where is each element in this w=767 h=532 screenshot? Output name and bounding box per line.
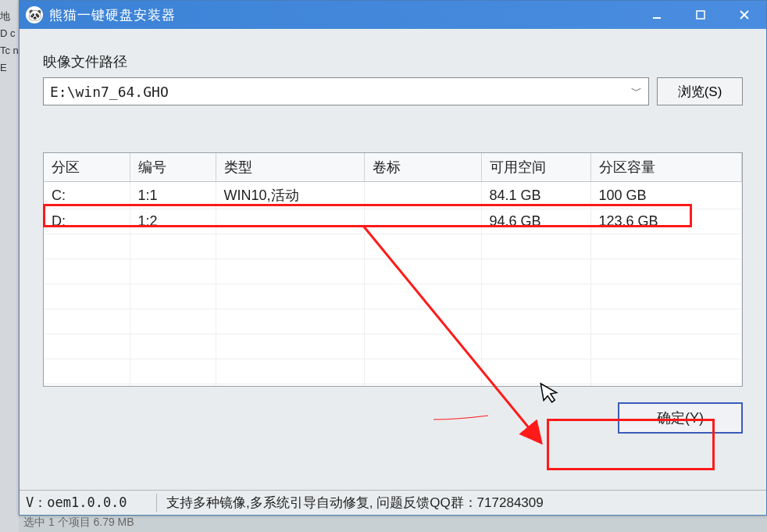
close-icon	[738, 9, 751, 21]
cell-serial: 1:2	[130, 209, 216, 234]
table-row[interactable]: C:1:1WIN10,活动84.1 GB100 GB	[44, 182, 742, 209]
image-path-row: E:\win7_64.GHO ﹀ 浏览(S)	[43, 77, 743, 105]
empty-row	[44, 259, 742, 284]
status-version: V：oem1.0.0.0	[20, 494, 157, 512]
content-area: 映像文件路径 E:\win7_64.GHO ﹀ 浏览(S) 分区 编号 类型 卷…	[20, 29, 766, 491]
cell-size: 100 GB	[590, 182, 742, 209]
cell-label	[364, 182, 481, 209]
desktop-background-edge: 地 D c Tc n E	[0, 0, 19, 532]
titlebar: 🐼 熊猫一键硬盘安装器	[20, 1, 766, 29]
image-path-label: 映像文件路径	[43, 52, 743, 71]
image-path-value: E:\win7_64.GHO	[50, 84, 169, 100]
footer-actions: 确定(Y)	[43, 387, 743, 434]
empty-row	[44, 234, 742, 259]
window-title: 熊猫一键硬盘安装器	[49, 6, 635, 24]
empty-row	[44, 334, 742, 359]
cell-type	[216, 209, 364, 234]
cell-free: 84.1 GB	[481, 182, 590, 209]
partition-table: 分区 编号 类型 卷标 可用空间 分区容量 C:1:1WIN10,活动84.1 …	[44, 153, 742, 387]
empty-row	[44, 309, 742, 334]
header-serial[interactable]: 编号	[130, 153, 216, 182]
cell-label	[364, 209, 481, 234]
cell-partition: C:	[44, 182, 130, 209]
image-path-combobox[interactable]: E:\win7_64.GHO ﹀	[43, 77, 649, 105]
cell-free: 94.6 GB	[481, 209, 590, 234]
table-row[interactable]: D:1:294.6 GB123.6 GB	[44, 209, 742, 234]
browse-button[interactable]: 浏览(S)	[657, 77, 743, 105]
cell-serial: 1:1	[130, 182, 216, 209]
installer-window: 🐼 熊猫一键硬盘安装器 映像文件路径 E:\win7_64.GHO ﹀ 浏览(S…	[19, 0, 767, 516]
header-label[interactable]: 卷标	[364, 153, 481, 182]
close-button[interactable]	[722, 1, 766, 29]
status-info: 支持多种镜像,多系统引导自动修复, 问题反馈QQ群：717284309	[157, 494, 766, 512]
window-controls	[635, 1, 766, 29]
minimize-button[interactable]	[635, 1, 679, 29]
ok-button[interactable]: 确定(Y)	[618, 402, 743, 434]
cell-size: 123.6 GB	[590, 209, 742, 234]
svg-rect-1	[697, 11, 705, 19]
minimize-icon	[651, 9, 662, 20]
statusbar: V：oem1.0.0.0 支持多种镜像,多系统引导自动修复, 问题反馈QQ群：7…	[20, 490, 766, 515]
header-type[interactable]: 类型	[216, 153, 364, 182]
table-header-row: 分区 编号 类型 卷标 可用空间 分区容量	[44, 153, 742, 182]
app-icon: 🐼	[26, 6, 43, 23]
header-partition[interactable]: 分区	[44, 153, 130, 182]
explorer-status-text: 选中 1 个项目 6.79 MB	[23, 516, 134, 530]
maximize-button[interactable]	[679, 1, 722, 29]
header-free[interactable]: 可用空间	[481, 153, 590, 182]
partition-table-container: 分区 编号 类型 卷标 可用空间 分区容量 C:1:1WIN10,活动84.1 …	[43, 152, 743, 387]
cell-partition: D:	[44, 209, 130, 234]
maximize-icon	[695, 9, 706, 20]
cell-type: WIN10,活动	[216, 182, 364, 209]
empty-row	[44, 359, 742, 384]
chevron-down-icon: ﹀	[631, 84, 642, 98]
header-size[interactable]: 分区容量	[590, 153, 742, 182]
empty-row	[44, 284, 742, 309]
